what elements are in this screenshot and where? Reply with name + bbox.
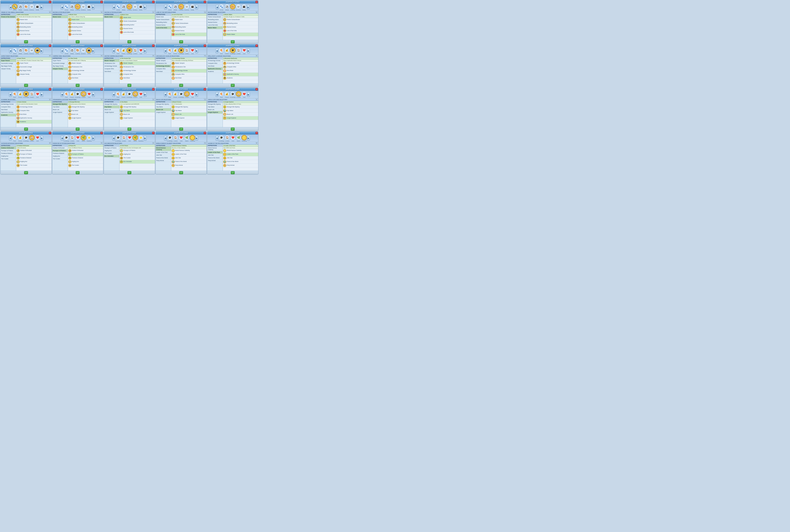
tab-icon-nature[interactable]: 🌿 [184, 135, 189, 140]
milestone-item[interactable]: 🏺 Archaeology Scholar [171, 69, 207, 73]
tab-icon-location[interactable]: 🏠 [236, 48, 241, 53]
panel-close-button[interactable]: ✕ [204, 132, 206, 134]
milestone-item[interactable]: 🎣 Angling Ace [68, 160, 103, 164]
confirm-button[interactable]: ✓ [127, 84, 131, 87]
list-item[interactable]: Beach Life [104, 108, 119, 111]
tab-nature[interactable]: 🌿 Nature [132, 135, 138, 141]
tab-icon-location[interactable]: 🏠 [173, 135, 178, 140]
tab-popularity[interactable]: ⭐ Popularity [241, 135, 247, 141]
tab-knowledge[interactable]: 🎓 Knowledge [127, 48, 132, 54]
milestone-item[interactable]: 🧠 Nerd Brain [68, 76, 103, 80]
milestone-item[interactable]: 🎵 Musical Genius [171, 29, 207, 33]
tab-icon-knowledge[interactable]: 🎓 [219, 135, 224, 140]
list-item[interactable]: Renaissance Sim [156, 62, 171, 65]
list-item[interactable]: Jungle Explorer [156, 111, 171, 114]
milestone-item[interactable]: 🧠 Nerd Brain [16, 113, 52, 116]
panel-close-button[interactable]: ✕ [100, 88, 103, 90]
tab-icon-deviance[interactable]: 💀 [80, 48, 86, 53]
milestone-item[interactable]: 🌍 Friend of the World [223, 160, 258, 164]
tab-icon-location[interactable]: 🏠 [70, 135, 75, 140]
milestone-item[interactable]: 🏙️ City Native [68, 109, 103, 113]
milestone-item[interactable]: 🔮 Spellcraft & Sorcery [16, 116, 52, 120]
tab-icon-popularity[interactable]: ⭐ [138, 135, 144, 140]
list-item[interactable]: The Curator [52, 157, 68, 160]
tab-family[interactable]: 👪 Family [86, 48, 92, 54]
expand-button[interactable]: ▼ [100, 55, 103, 57]
scroll-right-arrow[interactable]: ▶ [195, 92, 198, 97]
tab-icon-love[interactable]: ❤️ [190, 91, 195, 97]
tab-location[interactable]: 🏠 Location [29, 135, 35, 141]
tab-icon-athletic[interactable]: ⚽ [69, 48, 75, 53]
scroll-right-arrow[interactable]: ▶ [144, 5, 146, 10]
tab-icon-knowledge[interactable]: 🎓 [115, 135, 121, 140]
list-item[interactable]: Vampire Family [1, 68, 16, 70]
milestone-item[interactable]: 🧠 Nerd Brain [120, 76, 155, 80]
tab-deviance[interactable]: 💀 Deviance [132, 4, 138, 11]
confirm-button[interactable]: ✓ [76, 128, 79, 131]
tab-creativity[interactable]: 🎨 Creativity [127, 4, 132, 11]
tab-love[interactable]: ❤️ Love [138, 91, 144, 98]
tab-creativity[interactable]: 🎨 Creativity [179, 4, 184, 11]
milestone-item[interactable]: 💻 Computer Whiz [223, 65, 258, 69]
milestone-item[interactable]: 🎵 Musical Genius [223, 25, 258, 29]
milestone-item[interactable]: 📚 Bestselling Author [120, 23, 155, 27]
tab-icon-location[interactable]: 🏠 [29, 135, 35, 140]
tab-deviance[interactable]: 💀 Deviance [80, 48, 86, 54]
tab-icon-athletic[interactable]: ⚽ [121, 4, 127, 10]
milestone-item[interactable]: 🌴 Jungle Explorer [223, 116, 258, 120]
tab-location[interactable]: 🏠 Location [132, 91, 138, 98]
panel-close-button[interactable]: ✕ [152, 1, 154, 3]
scroll-right-arrow[interactable]: ▶ [92, 49, 95, 53]
milestone-item[interactable]: 👑 Leader of the Pack [171, 153, 207, 156]
list-item[interactable]: Joke Star [207, 154, 223, 156]
list-item[interactable]: StrangerVille Mystery [104, 103, 119, 106]
list-item[interactable]: Leader of the Pack [156, 151, 171, 154]
tab-icon-fortune[interactable]: 💰 [121, 48, 126, 53]
panel-close-button[interactable]: ✕ [49, 132, 51, 134]
tab-icon-love[interactable]: ❤️ [179, 135, 184, 140]
list-item[interactable]: Vampire Family [52, 68, 68, 70]
list-item[interactable]: Nerd Brain [207, 65, 223, 68]
tab-food[interactable]: 🍕 Food [219, 48, 224, 54]
scroll-right-arrow[interactable]: ▶ [144, 49, 147, 53]
tab-deviance[interactable]: 💀 Deviance [29, 48, 34, 54]
milestone-item[interactable]: 🏖️ Beach Life [223, 113, 258, 116]
confirm-button[interactable]: ✓ [179, 84, 183, 87]
tab-knowledge[interactable]: 🎓 Knowledge [127, 91, 132, 98]
tab-icon-location[interactable]: 🏠 [81, 91, 86, 97]
milestone-item[interactable]: 🖼️ Painter Extraordinaire [68, 22, 103, 25]
tab-icon-family[interactable]: 👪 [35, 48, 40, 53]
scroll-right-arrow[interactable]: ▶ [195, 136, 198, 140]
tab-icon-knowledge[interactable]: 🎓 [179, 91, 184, 97]
list-item[interactable]: Academic [207, 70, 223, 73]
tab-creativity[interactable]: 🎨 Creativity [75, 4, 80, 11]
milestone-item[interactable]: 🎭 Master Actor [120, 16, 155, 19]
milestone-item[interactable]: 📚 Bestselling Author [171, 25, 207, 29]
milestone-item[interactable]: 🏠 Big Happy Family [16, 69, 52, 73]
tab-creativity[interactable]: 🎨 Creativity [230, 4, 236, 11]
tab-location[interactable]: 🏠 Location [70, 135, 75, 141]
milestone-item[interactable]: 🧶 Lord of the Knots [68, 33, 103, 36]
expand-button[interactable]: ▼ [49, 11, 51, 13]
tab-fortune[interactable]: 💰 Fortune [69, 91, 75, 98]
milestone-item[interactable]: 📚 Bestselling Author [16, 25, 52, 29]
expand-button[interactable]: ▼ [256, 11, 258, 13]
tab-icon-creativity[interactable]: 🎨 [75, 48, 80, 53]
tab-icon-location[interactable]: 🏠 [184, 91, 189, 97]
tab-icon-deviance[interactable]: 💀 [29, 48, 34, 53]
tab-icon-knowledge[interactable]: 🎓 [75, 91, 80, 97]
tab-knowledge[interactable]: 🎓 Knowledge [167, 135, 173, 141]
tab-icon-animal[interactable]: 🐾 [167, 4, 172, 10]
tab-knowledge[interactable]: 🎓 Knowledge [63, 135, 70, 141]
tab-love[interactable]: ❤️ Love [241, 91, 247, 98]
scroll-left-arrow[interactable]: ◀ [9, 49, 12, 53]
tab-icon-creativity[interactable]: 🎨 [230, 4, 236, 10]
list-item[interactable]: StrangerVille Mystery [156, 103, 171, 106]
scroll-left-arrow[interactable]: ◀ [61, 92, 63, 97]
milestone-item[interactable]: 🎉 Party Animal [223, 164, 258, 167]
tab-icon-love[interactable]: ❤️ [190, 48, 195, 53]
list-item[interactable]: City Native [104, 106, 119, 108]
tab-icon-knowledge[interactable]: 🎓 [230, 91, 236, 97]
tab-love[interactable]: ❤️ Love [190, 91, 195, 98]
tab-icon-food[interactable]: 🍕 [115, 48, 121, 53]
